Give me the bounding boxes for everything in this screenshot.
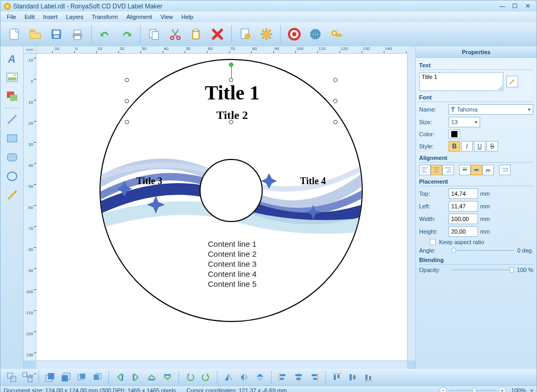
- align-center-v-button[interactable]: [346, 370, 360, 384]
- valign-bottom-button[interactable]: [482, 165, 494, 175]
- menu-edit[interactable]: Edit: [21, 13, 39, 21]
- selection-handle[interactable]: [333, 99, 337, 103]
- align-top-edge-button[interactable]: [330, 370, 344, 384]
- line-tool[interactable]: [4, 111, 21, 128]
- menu-insert[interactable]: Insert: [39, 13, 62, 21]
- menu-file[interactable]: File: [3, 13, 21, 21]
- align-center-h-button[interactable]: [292, 370, 305, 384]
- close-button[interactable]: ✕: [522, 2, 533, 11]
- bring-front-button[interactable]: [43, 370, 57, 384]
- page-setup-button[interactable]: [236, 25, 255, 44]
- zoom-dropdown-icon[interactable]: ▾: [530, 387, 533, 393]
- align-left-edge-button[interactable]: [276, 370, 290, 384]
- menu-layers[interactable]: Layers: [62, 13, 87, 21]
- save-button[interactable]: [47, 25, 66, 44]
- maximize-button[interactable]: ☐: [509, 2, 521, 11]
- disc-title-4[interactable]: Title 4: [300, 176, 326, 187]
- cut-button[interactable]: [166, 25, 185, 44]
- menu-help[interactable]: Help: [177, 13, 198, 21]
- flip-v-button[interactable]: [253, 370, 267, 384]
- text-wrap-button[interactable]: [499, 165, 511, 175]
- text-tool[interactable]: A: [4, 51, 21, 67]
- disc-content[interactable]: Content line 1 Content line 2 Content li…: [153, 239, 311, 289]
- selection-handle[interactable]: [125, 120, 129, 124]
- paste-button[interactable]: [187, 25, 206, 44]
- selection-handle[interactable]: [333, 78, 337, 82]
- delete-button[interactable]: [208, 25, 227, 44]
- zoom-out-button[interactable]: −: [440, 387, 447, 392]
- align-bottom-edge-button[interactable]: [362, 370, 375, 384]
- ellipse-tool[interactable]: [4, 168, 21, 185]
- selection-handle[interactable]: [229, 120, 233, 124]
- disc-title-3[interactable]: Title 3: [136, 176, 162, 187]
- image-tool[interactable]: [4, 69, 21, 86]
- group-button[interactable]: [5, 370, 18, 384]
- valign-top-button[interactable]: [459, 165, 471, 175]
- underline-button[interactable]: U: [474, 141, 485, 152]
- left-input[interactable]: [449, 201, 478, 212]
- menu-view[interactable]: View: [156, 13, 177, 21]
- vertical-ruler[interactable]: -100102030405060708090100110120130140: [24, 54, 36, 360]
- open-button[interactable]: [26, 25, 45, 44]
- selection-handle[interactable]: [229, 78, 233, 82]
- flip-h-button[interactable]: [237, 370, 251, 384]
- zoom-slider[interactable]: [449, 390, 496, 391]
- horizontal-ruler[interactable]: -100102030405060708090100110120130140150: [36, 46, 407, 54]
- align-right-button[interactable]: [442, 165, 454, 175]
- selection-handle[interactable]: [125, 99, 129, 103]
- print-button[interactable]: [68, 25, 87, 44]
- top-input[interactable]: [449, 188, 478, 199]
- edit-text-button[interactable]: [506, 76, 518, 87]
- move-right-button[interactable]: [129, 370, 143, 384]
- rotate-right-button[interactable]: [199, 370, 213, 384]
- bold-button[interactable]: B: [449, 141, 460, 152]
- height-input[interactable]: [449, 226, 478, 237]
- strike-button[interactable]: S: [486, 141, 498, 152]
- new-button[interactable]: [5, 25, 24, 44]
- flip-h-skew-button[interactable]: [222, 370, 235, 384]
- align-left-button[interactable]: [419, 165, 431, 175]
- clipart-tool[interactable]: [4, 88, 21, 105]
- font-name-combo[interactable]: ƬTahoma▾: [449, 104, 533, 115]
- canvas[interactable]: Title 1 Title 2 Title 3 Title 4 Content …: [36, 54, 407, 360]
- register-button[interactable]: [327, 25, 346, 44]
- valign-middle-button[interactable]: [471, 165, 482, 175]
- opacity-slider[interactable]: [452, 269, 514, 270]
- align-right-edge-button[interactable]: [307, 370, 321, 384]
- send-back-button[interactable]: [59, 370, 73, 384]
- menu-transform[interactable]: Transform: [87, 13, 122, 21]
- align-center-button[interactable]: [431, 165, 442, 175]
- pencil-tool[interactable]: [4, 187, 21, 204]
- selection-handle[interactable]: [125, 78, 129, 82]
- selection-handle[interactable]: [333, 120, 337, 124]
- redo-button[interactable]: [117, 25, 136, 44]
- disc-title-1[interactable]: Title 1: [148, 81, 316, 104]
- vertical-scrollbar[interactable]: [407, 54, 415, 360]
- font-size-combo[interactable]: 13▾: [449, 117, 480, 127]
- menu-alignment[interactable]: Alignment: [122, 13, 156, 21]
- width-input[interactable]: [449, 214, 478, 224]
- help-button[interactable]: [285, 25, 304, 44]
- round-rect-tool[interactable]: [4, 149, 21, 166]
- move-down-button[interactable]: [161, 370, 174, 384]
- italic-button[interactable]: I: [461, 141, 473, 152]
- settings-button[interactable]: [257, 25, 276, 44]
- web-button[interactable]: [306, 25, 325, 44]
- rectangle-tool[interactable]: [4, 130, 21, 147]
- text-value-input[interactable]: [419, 72, 503, 91]
- move-up-button[interactable]: [145, 370, 158, 384]
- copy-button[interactable]: [145, 25, 164, 44]
- horizontal-scrollbar[interactable]: [36, 360, 407, 369]
- keep-aspect-checkbox[interactable]: [430, 239, 436, 245]
- disc-label[interactable]: Title 1 Title 2 Title 3 Title 4 Content …: [100, 59, 363, 322]
- font-color-picker[interactable]: [449, 129, 460, 139]
- move-left-button[interactable]: [113, 370, 127, 384]
- angle-slider[interactable]: [452, 250, 514, 251]
- rotation-handle[interactable]: [229, 63, 233, 67]
- undo-button[interactable]: [96, 25, 115, 44]
- zoom-in-button[interactable]: +: [499, 387, 506, 392]
- send-backward-button[interactable]: [91, 370, 104, 384]
- minimize-button[interactable]: —: [496, 2, 508, 11]
- bring-forward-button[interactable]: [75, 370, 88, 384]
- rotate-left-button[interactable]: [183, 370, 197, 384]
